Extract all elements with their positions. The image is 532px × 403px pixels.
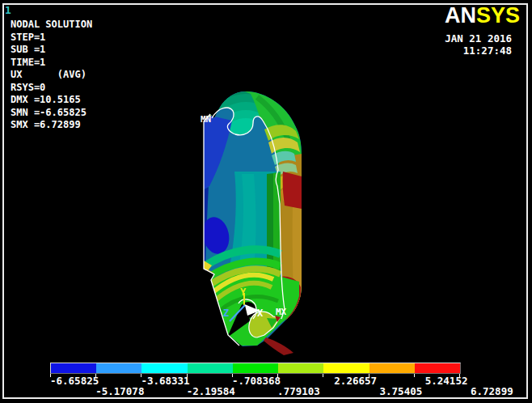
legend-color-segment <box>96 363 141 373</box>
legend-boundary-label: -6.65825 <box>50 375 99 387</box>
legend-color-segment <box>415 363 460 373</box>
min-node-label: MN <box>201 114 211 125</box>
legend-boundary-label: -3.68331 <box>141 375 189 387</box>
triad-y-label: Y <box>240 286 247 298</box>
max-node-label: MX <box>276 307 287 317</box>
ansys-graphics-window: 1 NODAL SOLUTIONSTEP=1SUB =1TIME=1UX (AV… <box>0 0 532 403</box>
legend-color-segment <box>233 363 278 373</box>
contour-legend: -6.65825-5.17078-3.68331-2.19584-.708368… <box>50 363 460 398</box>
legend-boundary-label: .779103 <box>277 385 320 397</box>
legend-color-bar <box>50 363 461 374</box>
legend-boundary-label: 3.75405 <box>380 385 423 397</box>
legend-tick <box>323 374 323 377</box>
legend-boundary-label: 2.26657 <box>334 375 377 387</box>
legend-boundary-label: -5.17078 <box>95 385 144 397</box>
legend-boundary-label: -2.19584 <box>187 385 235 397</box>
legend-color-segment <box>369 363 415 373</box>
legend-tick <box>414 374 415 377</box>
legend-color-segment <box>141 363 187 373</box>
triad-z-label: Z <box>223 308 229 319</box>
legend-color-segment <box>278 363 323 373</box>
graphics-viewport[interactable]: Y X Z MN MX <box>0 0 532 403</box>
triad-x-label: X <box>257 308 264 319</box>
legend-color-segment <box>323 363 369 373</box>
legend-boundary-label: -.708368 <box>232 375 281 387</box>
legend-boundary-label: 5.24152 <box>425 375 468 387</box>
legend-color-segment <box>51 363 96 373</box>
legend-color-segment <box>188 363 233 373</box>
contour-plot: Y X Z MN MX <box>0 0 532 403</box>
legend-boundary-label: 6.72899 <box>471 385 513 397</box>
